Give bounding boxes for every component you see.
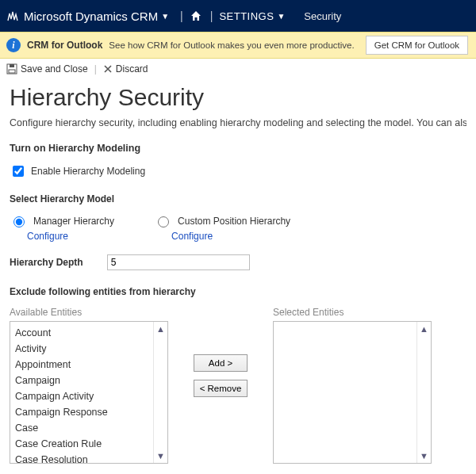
- hierarchy-depth-input[interactable]: [107, 254, 250, 270]
- nav-sub-security[interactable]: Security: [304, 10, 341, 22]
- custom-position-label: Custom Position Hierarchy: [178, 216, 290, 227]
- infobar-title: CRM for Outlook: [27, 40, 102, 51]
- page-title: Hierarchy Security: [10, 84, 466, 111]
- configure-manager-link[interactable]: Configure: [27, 231, 114, 242]
- remove-button[interactable]: < Remove: [194, 380, 248, 397]
- scroll-up-icon-2[interactable]: ▲: [417, 322, 431, 336]
- svg-rect-1: [10, 64, 14, 67]
- toolbar: Save and Close | Discard: [0, 59, 476, 78]
- page-description: Configure hierarchy security, including …: [10, 117, 466, 128]
- configure-custom-link[interactable]: Configure: [171, 231, 290, 242]
- list-item[interactable]: Activity: [15, 341, 148, 357]
- home-icon[interactable]: [190, 10, 202, 22]
- nav-menu-settings[interactable]: SETTINGS: [219, 10, 274, 22]
- list-item[interactable]: Campaign Response: [15, 404, 148, 420]
- scrollbar[interactable]: ▲ ▼: [153, 322, 167, 463]
- hierarchy-depth-label: Hierarchy Depth: [10, 257, 83, 268]
- product-name[interactable]: Microsoft Dynamics CRM: [24, 10, 158, 23]
- selected-entities-list[interactable]: ▲ ▼: [273, 321, 432, 464]
- list-item[interactable]: Case Creation Rule: [15, 436, 148, 452]
- crm-logo-icon: [6, 10, 19, 22]
- list-item[interactable]: Appointment: [15, 357, 148, 373]
- svg-rect-2: [9, 70, 15, 73]
- dual-listbox: Available Entities AccountActivityAppoin…: [10, 307, 466, 464]
- available-entities-label: Available Entities: [10, 307, 168, 318]
- select-model-heading: Select Hierarchy Model: [10, 193, 466, 205]
- list-item[interactable]: Campaign Activity: [15, 388, 148, 404]
- scroll-down-icon-2[interactable]: ▼: [417, 449, 431, 463]
- scroll-down-icon[interactable]: ▼: [154, 449, 167, 463]
- scrollbar-2[interactable]: ▲ ▼: [416, 322, 431, 463]
- list-item[interactable]: Campaign: [15, 373, 148, 388]
- get-crm-outlook-button[interactable]: Get CRM for Outlook: [366, 36, 468, 55]
- infobar-desc: See how CRM for Outlook makes you even m…: [109, 40, 354, 50]
- manager-hierarchy-radio[interactable]: [13, 216, 25, 227]
- close-icon: [103, 64, 113, 74]
- exclude-heading: Exclude following entities from hierarch…: [10, 286, 466, 297]
- chevron-down-icon-2[interactable]: ▼: [277, 12, 285, 21]
- enable-hierarchy-label: Enable Hierarchy Modeling: [31, 166, 145, 177]
- chevron-down-icon[interactable]: ▼: [161, 12, 169, 21]
- save-label: Save and Close: [21, 63, 88, 75]
- custom-position-radio[interactable]: [158, 216, 169, 227]
- list-item[interactable]: Case Resolution: [15, 452, 148, 463]
- discard-button[interactable]: Discard: [103, 63, 148, 75]
- selected-entities-label: Selected Entities: [273, 307, 432, 318]
- turn-on-heading: Turn on Hierarchy Modeling: [10, 143, 466, 154]
- nav-separator-2: |: [210, 10, 213, 22]
- add-button[interactable]: Add >: [194, 354, 248, 372]
- save-and-close-button[interactable]: Save and Close: [6, 63, 88, 75]
- nav-separator: |: [180, 10, 183, 22]
- list-item[interactable]: Case: [15, 420, 148, 436]
- info-icon: i: [6, 38, 21, 52]
- info-bar: i CRM for Outlook See how CRM for Outloo…: [0, 32, 476, 59]
- content-area: Hierarchy Security Configure hierarchy s…: [0, 78, 476, 464]
- manager-hierarchy-label: Manager Hierarchy: [33, 216, 114, 227]
- top-nav: Microsoft Dynamics CRM ▼ | | SETTINGS ▼ …: [0, 0, 476, 32]
- available-entities-list[interactable]: AccountActivityAppointmentCampaignCampai…: [10, 321, 168, 464]
- enable-hierarchy-checkbox[interactable]: [13, 166, 24, 177]
- save-icon: [6, 63, 17, 75]
- scroll-up-icon[interactable]: ▲: [154, 322, 167, 336]
- toolbar-sep: |: [94, 63, 97, 75]
- discard-label: Discard: [116, 63, 148, 75]
- list-item[interactable]: Account: [15, 325, 148, 341]
